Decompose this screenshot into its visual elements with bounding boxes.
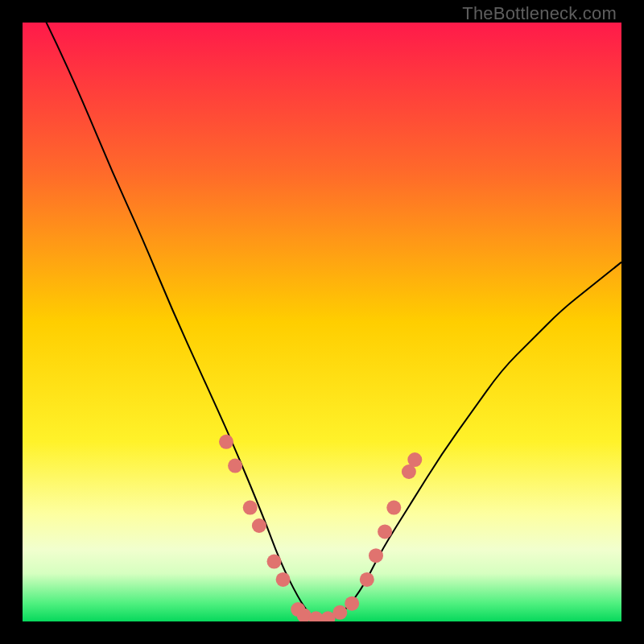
curve-marker bbox=[345, 597, 359, 611]
curve-marker bbox=[276, 572, 291, 587]
curve-marker bbox=[360, 572, 374, 587]
chart-frame: TheBottleneck.com bbox=[0, 0, 644, 644]
curve-marker bbox=[252, 518, 266, 533]
curve-marker bbox=[219, 435, 233, 449]
bottleneck-curve bbox=[23, 23, 621, 621]
curve-marker bbox=[243, 501, 258, 515]
curve-marker bbox=[407, 452, 422, 467]
curve-path bbox=[23, 23, 621, 621]
watermark-text: TheBottleneck.com bbox=[462, 3, 617, 24]
curve-marker bbox=[332, 605, 347, 620]
curve-marker bbox=[228, 459, 242, 473]
curve-marker bbox=[267, 555, 282, 569]
curve-marker bbox=[378, 524, 392, 539]
curve-marker bbox=[386, 501, 401, 515]
plot-area bbox=[23, 23, 621, 621]
curve-marker bbox=[369, 548, 383, 563]
